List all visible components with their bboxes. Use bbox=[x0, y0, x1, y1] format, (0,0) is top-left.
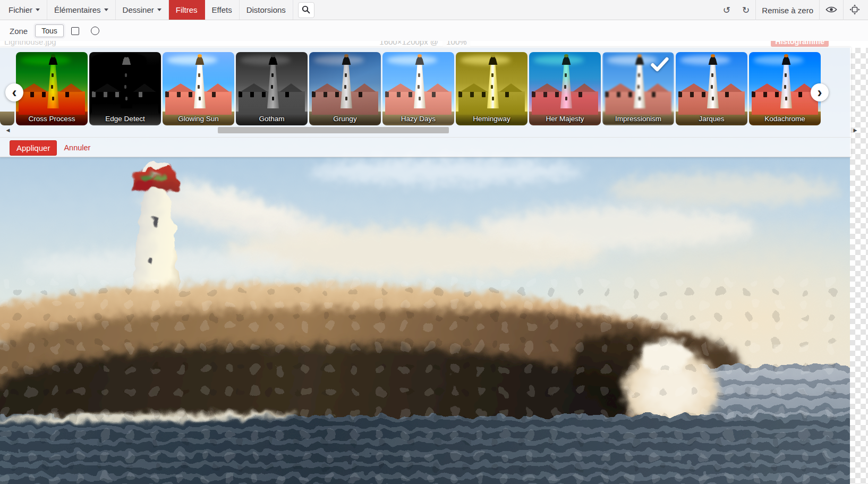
chevron-down-icon bbox=[36, 9, 40, 11]
filter-actions: Appliquer Annuler bbox=[0, 138, 851, 158]
menu-item[interactable]: Dessiner bbox=[116, 0, 169, 20]
chevron-right-icon: › bbox=[818, 84, 822, 100]
scroll-left-button[interactable]: ‹ bbox=[5, 83, 23, 101]
menu-right-controls: ↺ ↻ Remise à zero bbox=[717, 0, 866, 20]
ellipse-selection-button[interactable] bbox=[87, 24, 104, 37]
search-button[interactable] bbox=[298, 2, 314, 18]
menu-item-label: Élémentaires bbox=[54, 5, 101, 14]
menu-item[interactable]: Fichier bbox=[1, 0, 47, 20]
menu-item[interactable]: Élémentaires bbox=[47, 0, 116, 20]
filter-name-label: Grungy bbox=[309, 113, 381, 124]
fullscreen-button[interactable] bbox=[843, 0, 866, 20]
menu-item-label: Effets bbox=[212, 5, 232, 14]
filter-name-label: Hazy Days bbox=[382, 113, 454, 124]
selection-toolbar: Zone Tous bbox=[0, 21, 868, 41]
filter-name-label: Impressionism bbox=[602, 113, 674, 124]
rect-selection-button[interactable] bbox=[67, 25, 83, 37]
menu-item[interactable]: Filtres bbox=[169, 0, 205, 20]
zone-label: Zone bbox=[10, 27, 28, 36]
filter-name-label: Cross Process bbox=[16, 113, 88, 124]
filter-name-label: Gotham bbox=[236, 113, 308, 124]
menu-item-label: Distorsions bbox=[246, 5, 286, 14]
filter-thumbnail[interactable]: Cross Process bbox=[16, 52, 88, 125]
scrollbar-thumb[interactable] bbox=[218, 127, 449, 133]
redo-button[interactable]: ↻ bbox=[736, 0, 755, 20]
menu-item-label: Fichier bbox=[8, 5, 32, 14]
cancel-button[interactable]: Annuler bbox=[64, 143, 90, 152]
filter-name-label: Edge Detect bbox=[89, 113, 161, 124]
transparency-checkerboard bbox=[850, 48, 868, 484]
filters-panel: Cross Process E bbox=[0, 47, 851, 157]
preview-button[interactable] bbox=[819, 0, 843, 20]
filter-thumbnail[interactable]: Glowing Sun bbox=[163, 52, 234, 125]
filter-name-label: Glowing Sun bbox=[163, 113, 234, 124]
undo-button[interactable]: ↺ bbox=[717, 0, 736, 20]
filter-thumbnail[interactable]: Her Majesty bbox=[529, 52, 601, 125]
chevron-down-icon bbox=[157, 9, 161, 11]
apply-button[interactable]: Appliquer bbox=[10, 140, 57, 156]
filter-thumbnail[interactable]: Hazy Days bbox=[382, 52, 454, 125]
chevron-left-icon: ‹ bbox=[12, 84, 17, 100]
menu-item-label: Dessiner bbox=[123, 5, 154, 14]
menu-item[interactable]: Distorsions bbox=[240, 0, 293, 20]
eye-icon bbox=[826, 5, 837, 15]
filter-strip: Cross Process E bbox=[0, 52, 851, 125]
undo-icon: ↺ bbox=[723, 5, 730, 15]
menu-item-label: Filtres bbox=[176, 5, 198, 14]
scrollbar-right-arrow[interactable]: ▶ bbox=[852, 126, 859, 134]
search-icon bbox=[301, 5, 311, 16]
scroll-right-button[interactable]: › bbox=[811, 83, 829, 101]
filter-thumbnail[interactable]: Impressionism bbox=[602, 52, 674, 125]
filter-thumbnail[interactable]: Jarques bbox=[676, 52, 747, 125]
filter-name-label: Jarques bbox=[676, 113, 747, 124]
filter-thumbnail[interactable]: Kodachrome bbox=[749, 52, 821, 125]
filter-scrollbar: ◀ ▶ bbox=[0, 126, 851, 134]
filter-name-label: Kodachrome bbox=[749, 113, 821, 124]
fullscreen-icon bbox=[849, 4, 860, 16]
chevron-down-icon bbox=[104, 9, 108, 11]
filter-thumbnail[interactable]: Edge Detect bbox=[89, 52, 161, 125]
filter-name-label: Hemingway bbox=[456, 113, 527, 124]
circle-icon bbox=[91, 27, 99, 35]
square-icon bbox=[71, 27, 79, 35]
filter-thumbnail[interactable]: Grungy bbox=[309, 52, 381, 125]
reset-button[interactable]: Remise à zero bbox=[755, 0, 819, 20]
selected-check-icon bbox=[650, 57, 669, 72]
scrollbar-left-arrow[interactable]: ◀ bbox=[4, 126, 12, 134]
menu-item[interactable]: Effets bbox=[205, 0, 240, 20]
menu-items: Fichier Élémentaires Dessiner Filtres Ef… bbox=[0, 0, 314, 20]
menu-bar: Fichier Élémentaires Dessiner Filtres Ef… bbox=[0, 0, 868, 20]
filter-thumbnail[interactable]: Hemingway bbox=[456, 52, 527, 125]
redo-icon: ↻ bbox=[742, 5, 750, 15]
select-all-button[interactable]: Tous bbox=[35, 24, 64, 37]
stage: Lighthouse.jpg 1600×1200px @ 100% Histog… bbox=[0, 36, 868, 484]
filter-name-label: Her Majesty bbox=[529, 113, 601, 124]
filter-thumbnail[interactable]: Gotham bbox=[236, 52, 308, 125]
